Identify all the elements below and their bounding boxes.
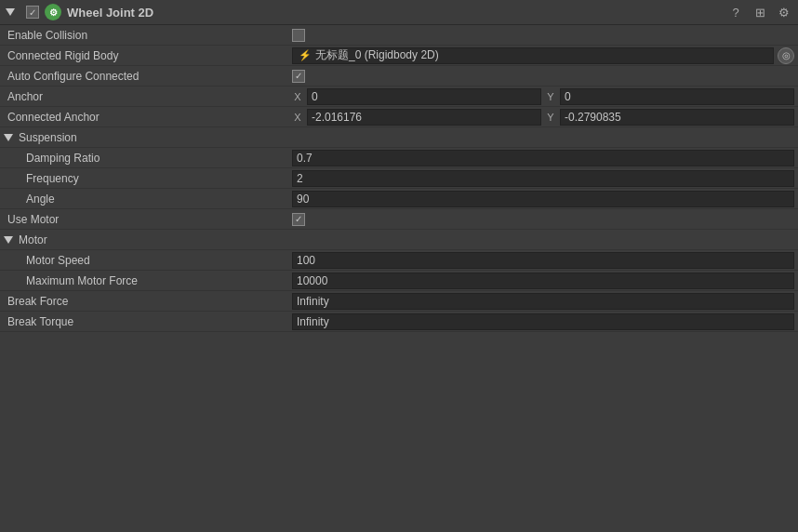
motor-speed-label: Motor Speed (4, 254, 292, 267)
connected-anchor-value: X Y (292, 109, 794, 126)
enable-collision-checkbox[interactable] (292, 29, 305, 42)
connected-anchor-label: Connected Anchor (4, 111, 292, 124)
max-motor-force-input[interactable] (292, 273, 794, 289)
break-force-label: Break Force (4, 295, 292, 308)
suspension-label: Suspension (19, 131, 77, 144)
motor-section-header[interactable]: Motor (0, 230, 798, 250)
component-icon: ⚙ (45, 4, 61, 20)
auto-configure-label: Auto Configure Connected (4, 70, 292, 83)
frequency-row: Frequency (0, 168, 798, 189)
damping-ratio-input[interactable] (292, 150, 794, 166)
motor-speed-input[interactable] (292, 252, 794, 269)
collapse-arrow-icon[interactable] (6, 8, 15, 16)
connected-rigid-body-label: Connected Rigid Body (4, 49, 292, 62)
break-force-row: Break Force (0, 291, 798, 312)
frequency-input[interactable] (292, 170, 794, 187)
lightning-icon: ⚡ (299, 49, 312, 61)
help-icon[interactable]: ? (727, 4, 744, 20)
anchor-xy-pair: X Y (292, 88, 794, 105)
connected-anchor-y-input[interactable] (560, 109, 794, 126)
angle-label: Angle (4, 193, 292, 206)
max-motor-force-row: Maximum Motor Force (0, 271, 798, 291)
use-motor-value (292, 213, 794, 226)
use-motor-checkbox[interactable] (292, 213, 305, 226)
break-torque-value (292, 313, 794, 330)
angle-row: Angle (0, 189, 798, 209)
panel-header: ⚙ Wheel Joint 2D ? ⊞ ⚙ (0, 0, 798, 25)
anchor-y-label: Y (545, 91, 556, 102)
component-enabled-checkbox[interactable] (26, 6, 39, 19)
angle-input[interactable] (292, 191, 794, 207)
connected-rigid-body-select-btn[interactable]: ◎ (778, 47, 794, 64)
damping-ratio-row: Damping Ratio (0, 148, 798, 168)
use-motor-row: Use Motor (0, 209, 798, 230)
motor-speed-row: Motor Speed (0, 250, 798, 271)
motor-label: Motor (19, 233, 47, 246)
anchor-y-input[interactable] (560, 88, 794, 105)
suspension-collapse-icon (4, 134, 13, 141)
enable-collision-row: Enable Collision (0, 25, 798, 46)
anchor-row: Anchor X Y (0, 86, 798, 107)
connected-rigid-body-text: 无标题_0 (Rigidbody 2D) (315, 47, 439, 63)
connected-anchor-x-input[interactable] (307, 109, 541, 126)
max-motor-force-value (292, 273, 794, 289)
auto-configure-value (292, 70, 794, 83)
connected-rigid-body-field[interactable]: ⚡ 无标题_0 (Rigidbody 2D) (292, 47, 774, 64)
anchor-x-label: X (292, 91, 303, 102)
anchor-label: Anchor (4, 90, 292, 103)
connected-anchor-xy-pair: X Y (292, 109, 794, 126)
component-title: Wheel Joint 2D (67, 6, 153, 20)
anchor-x-input[interactable] (307, 88, 541, 105)
connected-anchor-y-label: Y (545, 112, 556, 123)
break-torque-input[interactable] (292, 313, 794, 330)
connected-anchor-row: Connected Anchor X Y (0, 107, 798, 127)
connected-rigid-body-value: ⚡ 无标题_0 (Rigidbody 2D) ◎ (292, 47, 794, 64)
frequency-value (292, 170, 794, 187)
damping-ratio-label: Damping Ratio (4, 152, 292, 165)
motor-collapse-icon (4, 236, 13, 244)
use-motor-label: Use Motor (4, 213, 292, 226)
auto-configure-checkbox[interactable] (292, 70, 305, 83)
settings-icon[interactable]: ⚙ (776, 4, 792, 20)
break-force-value (292, 293, 794, 310)
connected-anchor-x-label: X (292, 112, 303, 123)
connected-rigid-body-row: Connected Rigid Body ⚡ 无标题_0 (Rigidbody … (0, 46, 798, 66)
damping-ratio-value (292, 150, 794, 166)
motor-speed-value (292, 252, 794, 269)
break-force-input[interactable] (292, 293, 794, 310)
anchor-value: X Y (292, 88, 794, 105)
suspension-section-header[interactable]: Suspension (0, 127, 798, 148)
layout-icon[interactable]: ⊞ (751, 4, 768, 20)
auto-configure-row: Auto Configure Connected (0, 66, 798, 86)
angle-value (292, 191, 794, 207)
break-torque-label: Break Torque (4, 315, 292, 328)
break-torque-row: Break Torque (0, 312, 798, 332)
wheel-joint-2d-panel: ⚙ Wheel Joint 2D ? ⊞ ⚙ Enable Collision … (0, 0, 798, 332)
enable-collision-label: Enable Collision (4, 29, 292, 42)
enable-collision-value (292, 29, 794, 42)
header-left: ⚙ Wheel Joint 2D (6, 4, 153, 20)
header-icons: ? ⊞ ⚙ (727, 4, 792, 20)
frequency-label: Frequency (4, 172, 292, 185)
max-motor-force-label: Maximum Motor Force (4, 274, 292, 287)
